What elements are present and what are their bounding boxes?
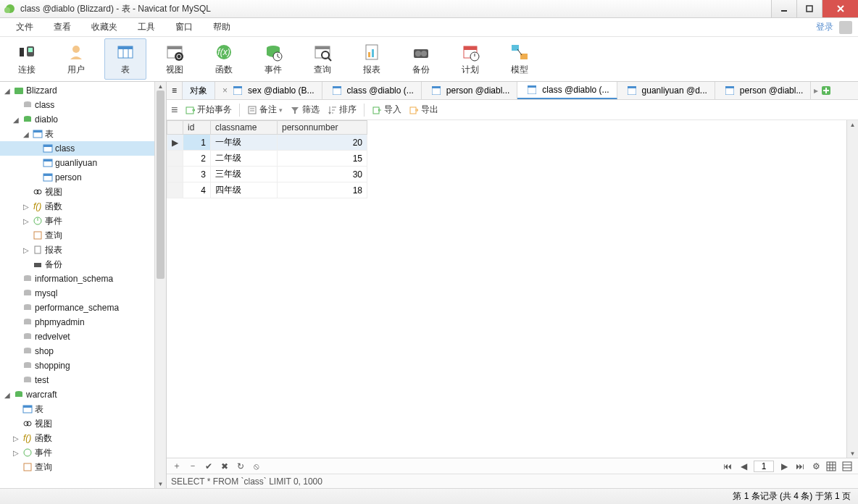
tree-db-redvelvet[interactable]: redvelvet <box>0 329 154 344</box>
tab-sex-diablo[interactable]: ×sex @diablo (B... <box>215 82 322 99</box>
tree-views[interactable]: 视图 <box>0 185 154 199</box>
toolbar-function[interactable]: f(x)函数 <box>203 38 245 80</box>
tab-scroll-right-icon[interactable]: ▸ <box>814 85 818 96</box>
tree-events[interactable]: ▷事件 <box>0 214 154 228</box>
tree-db-performance_schema[interactable]: performance_schema <box>0 301 154 315</box>
toolbar-query[interactable]: 查询 <box>301 38 343 80</box>
last-page-button[interactable]: ⏭ <box>794 461 806 471</box>
hamburger-icon[interactable]: ≡ <box>171 104 178 117</box>
tree-db-class[interactable]: class <box>0 98 154 112</box>
cell-classname[interactable]: 二年级 <box>211 151 278 167</box>
menu-file[interactable]: 文件 <box>6 20 43 35</box>
cancel-button[interactable]: ✖ <box>219 461 230 471</box>
tree-wc-views[interactable]: 视图 <box>0 416 154 431</box>
cell-id[interactable]: 3 <box>183 167 211 182</box>
table-row[interactable]: 4 四年级 18 <box>167 182 367 198</box>
tree-db-test[interactable]: test <box>0 373 154 387</box>
add-row-button[interactable]: ＋ <box>171 460 183 472</box>
tree-scrollbar[interactable]: ▲▼ <box>154 82 166 488</box>
tree-db-mysql[interactable]: mysql <box>0 286 154 301</box>
avatar-icon[interactable] <box>839 21 852 34</box>
column-header-id[interactable]: id <box>183 121 211 135</box>
toolbar-report[interactable]: 报表 <box>351 38 393 80</box>
cell-id[interactable]: 4 <box>183 182 211 198</box>
stop-button[interactable]: ⦸ <box>251 461 262 471</box>
tab-new-icon[interactable] <box>821 85 831 96</box>
settings-icon[interactable]: ⚙ <box>810 461 822 471</box>
data-grid[interactable]: id classname personnumber ▶ 1 一年级 20 <box>167 120 846 458</box>
toolbar-backup[interactable]: 备份 <box>400 38 442 80</box>
tree-wc-functions[interactable]: ▷f()函数 <box>0 431 154 445</box>
next-page-button[interactable]: ▶ <box>778 461 790 471</box>
tree-db-shop[interactable]: shop <box>0 344 154 358</box>
cell-personnumber[interactable]: 30 <box>278 167 367 182</box>
tree-reports[interactable]: ▷报表 <box>0 243 154 257</box>
toolbar-table[interactable]: 表 <box>104 38 146 80</box>
menu-help[interactable]: 帮助 <box>203 20 241 35</box>
close-button[interactable] <box>822 0 858 17</box>
connection-tree[interactable]: ◢Blizzard class ◢diablo ◢表 class guanliy… <box>0 82 154 488</box>
menu-view[interactable]: 查看 <box>43 20 81 35</box>
tree-functions[interactable]: ▷f()函数 <box>0 199 154 214</box>
column-header-personnumber[interactable]: personnumber <box>278 121 367 135</box>
begin-transaction-button[interactable]: 开始事务 <box>185 104 232 116</box>
tree-queries[interactable]: 查询 <box>0 228 154 243</box>
tree-table-guanliyuan[interactable]: guanliyuan <box>0 156 154 170</box>
tabs-menu-icon[interactable]: ≡ <box>167 82 183 99</box>
cell-classname[interactable]: 三年级 <box>211 167 278 182</box>
cell-id[interactable]: 2 <box>183 151 211 167</box>
first-page-button[interactable]: ⏮ <box>722 461 733 471</box>
table-row[interactable]: 2 二年级 15 <box>167 151 367 167</box>
tree-db-diablo[interactable]: ◢diablo <box>0 112 154 127</box>
delete-row-button[interactable]: － <box>187 460 199 472</box>
toolbar-connect[interactable]: 连接 <box>6 38 48 80</box>
menu-favorites[interactable]: 收藏夹 <box>81 20 128 35</box>
toolbar-plan[interactable]: 计划 <box>449 38 491 80</box>
prev-page-button[interactable]: ◀ <box>738 461 749 471</box>
toolbar-view[interactable]: 视图 <box>154 38 196 80</box>
export-button[interactable]: 导出 <box>409 104 438 116</box>
table-row[interactable]: 3 三年级 30 <box>167 167 367 182</box>
filter-button[interactable]: 筛选 <box>290 104 320 116</box>
tree-wc-tables[interactable]: 表 <box>0 402 154 416</box>
memo-button[interactable]: 备注▾ <box>247 104 283 116</box>
tab-guanliyuan-diablo[interactable]: guanliyuan @d... <box>617 82 715 99</box>
toolbar-event[interactable]: 事件 <box>252 38 294 80</box>
tree-connection-blizzard[interactable]: ◢Blizzard <box>0 83 154 98</box>
grid-scrollbar[interactable]: ▲▼ <box>846 120 858 458</box>
tree-backups[interactable]: 备份 <box>0 257 154 272</box>
tree-db-phpmyadmin[interactable]: phpmyadmin <box>0 315 154 329</box>
tree-db-information_schema[interactable]: information_schema <box>0 272 154 286</box>
tree-table-class[interactable]: class <box>0 141 154 156</box>
tab-class-diablo-2[interactable]: class @diablo (... <box>517 82 617 99</box>
import-button[interactable]: 导入 <box>372 104 401 116</box>
tree-db-shopping[interactable]: shopping <box>0 358 154 373</box>
cell-id[interactable]: 1 <box>183 135 211 151</box>
page-input[interactable] <box>754 461 774 472</box>
commit-button[interactable]: ✔ <box>203 461 214 471</box>
cell-personnumber[interactable]: 15 <box>278 151 367 167</box>
tab-class-diablo-1[interactable]: class @diablo (... <box>322 82 422 99</box>
menu-tools[interactable]: 工具 <box>128 20 165 35</box>
refresh-button[interactable]: ↻ <box>235 461 246 471</box>
sort-button[interactable]: 排序 <box>327 104 357 116</box>
grid-view-icon[interactable] <box>826 461 838 471</box>
tab-person-diablo-1[interactable]: person @diabl... <box>422 82 518 99</box>
minimize-button[interactable] <box>771 0 796 17</box>
cell-personnumber[interactable]: 18 <box>278 182 367 198</box>
tree-wc-queries[interactable]: 查询 <box>0 460 154 474</box>
maximize-button[interactable] <box>796 0 822 17</box>
form-view-icon[interactable] <box>842 461 854 471</box>
cell-classname[interactable]: 四年级 <box>211 182 278 198</box>
cell-personnumber[interactable]: 20 <box>278 135 367 151</box>
toolbar-user[interactable]: 用户 <box>55 38 97 80</box>
tree-table-person[interactable]: person <box>0 170 154 185</box>
tree-wc-events[interactable]: ▷事件 <box>0 445 154 460</box>
tree-connection-warcraft[interactable]: ◢warcraft <box>0 387 154 402</box>
cell-classname[interactable]: 一年级 <box>211 135 278 151</box>
tree-tables[interactable]: ◢表 <box>0 127 154 141</box>
tab-objects[interactable]: 对象 <box>183 82 215 99</box>
login-link[interactable]: 登录 <box>816 21 833 33</box>
menu-window[interactable]: 窗口 <box>165 20 203 35</box>
tab-person-diablo-2[interactable]: person @diabl... <box>715 82 812 99</box>
